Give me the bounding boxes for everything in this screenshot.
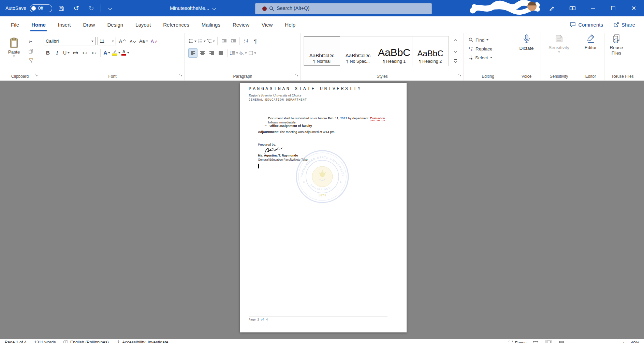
select-button[interactable]: Select — [467, 53, 509, 62]
text-effects-button[interactable]: A — [103, 48, 111, 57]
zoom-in-button[interactable]: + — [622, 340, 625, 343]
print-layout-button[interactable] — [545, 340, 552, 343]
tab-draw[interactable]: Draw — [77, 16, 101, 33]
style-preview: AaBbC — [378, 47, 410, 58]
read-mode-button[interactable] — [532, 340, 539, 343]
format-painter-button[interactable] — [27, 57, 35, 65]
tab-insert[interactable]: Insert — [52, 16, 77, 33]
clipboard-dialog-launcher[interactable] — [34, 72, 38, 78]
sensitivity-button[interactable]: Sensitivity — [541, 33, 577, 53]
styles-dialog-launcher[interactable] — [458, 72, 462, 78]
paste-button[interactable]: Paste — [3, 37, 25, 57]
tab-layout[interactable]: Layout — [129, 16, 157, 33]
close-button[interactable]: ✕ — [624, 0, 644, 16]
superscript-button[interactable]: x2 — [90, 48, 98, 57]
font-family-combobox[interactable]: Calibri — [44, 37, 96, 45]
search-input[interactable]: Search (Alt+Q) — [255, 3, 432, 14]
style-normal[interactable]: AaBbCcDc ¶ Normal — [304, 36, 340, 66]
year-link[interactable]: 2022 — [340, 117, 347, 120]
font-dialog-launcher[interactable] — [179, 72, 183, 78]
tab-file[interactable]: File — [5, 16, 25, 33]
user-avatar[interactable] — [527, 2, 537, 11]
paragraph-dialog-launcher[interactable] — [295, 72, 299, 78]
sensitivity-group-label: Sensitivity — [541, 74, 577, 79]
grow-font-button[interactable]: A — [118, 37, 127, 45]
strikethrough-button[interactable]: ab — [71, 48, 80, 57]
zoom-level[interactable]: 40% — [631, 341, 639, 343]
inking-button[interactable] — [542, 0, 562, 16]
document-page[interactable]: PANGASINAN STATE UNIVERSITY Region's Pre… — [240, 83, 407, 332]
style-heading-2[interactable]: AaBbC ¶ Heading 2 — [412, 36, 449, 66]
editor-button[interactable]: Editor — [577, 33, 604, 50]
save-button[interactable] — [56, 2, 67, 14]
font-color-button[interactable]: A — [121, 48, 130, 57]
styles-scroll-up-button[interactable] — [451, 36, 460, 46]
align-center-button[interactable] — [198, 49, 207, 57]
presenter-button[interactable] — [562, 0, 583, 16]
autosave-toggle[interactable]: Off — [30, 4, 52, 12]
replace-button[interactable]: bc Replace — [467, 44, 509, 53]
line-spacing-button[interactable] — [230, 49, 238, 57]
bold-button[interactable]: B — [44, 48, 52, 57]
document-title[interactable]: MinutesoftheMe... — [170, 0, 216, 16]
multilevel-list-button[interactable] — [207, 37, 215, 45]
tab-references[interactable]: References — [157, 16, 195, 33]
style-heading-1[interactable]: AaBbC ¶ Heading 1 — [376, 36, 412, 66]
tab-review[interactable]: Review — [226, 16, 255, 33]
ribbon: Paste ✂ Clipboard Calibri — [0, 33, 644, 81]
proofing-status[interactable]: English (Philippines) — [63, 340, 109, 343]
styles-scroll-down-button[interactable] — [451, 46, 460, 56]
editor-group: Editor Editor — [577, 33, 604, 80]
change-case-button[interactable]: Aa — [139, 37, 148, 45]
subscript-button[interactable]: x2 — [80, 48, 89, 57]
tab-home[interactable]: Home — [25, 16, 52, 33]
underline-button[interactable]: U — [62, 48, 71, 57]
redo-button[interactable]: ↻ — [86, 2, 97, 14]
copy-button[interactable] — [27, 47, 35, 55]
tab-view[interactable]: View — [255, 16, 279, 33]
font-size-combobox[interactable]: 11 — [98, 37, 116, 45]
cut-button[interactable]: ✂ — [27, 38, 35, 46]
decrease-indent-button[interactable] — [220, 37, 228, 45]
minimize-button[interactable] — [583, 0, 603, 16]
accessibility-status[interactable]: Accessibility: Investigate — [116, 340, 168, 343]
bullets-button[interactable] — [188, 37, 197, 45]
shrink-font-button[interactable]: A — [129, 37, 137, 45]
shading-button[interactable] — [239, 49, 247, 57]
show-hide-marks-button[interactable]: ¶ — [251, 37, 260, 45]
web-layout-button[interactable] — [558, 340, 565, 343]
clear-formatting-button[interactable]: A — [150, 37, 159, 45]
styles-more-button[interactable] — [451, 56, 460, 66]
align-left-button[interactable] — [188, 48, 197, 58]
numbering-button[interactable]: 123 — [197, 37, 206, 45]
word-count[interactable]: 1311 words — [34, 340, 56, 343]
sort-button[interactable]: AZ — [242, 37, 250, 45]
align-right-button[interactable] — [207, 49, 216, 57]
reuse-files-button[interactable]: Reuse Files — [604, 33, 628, 56]
justify-button[interactable] — [217, 49, 225, 57]
tab-mailings[interactable]: Mailings — [195, 16, 226, 33]
undo-button[interactable]: ↺ — [71, 2, 82, 14]
search-placeholder: Search (Alt+Q) — [277, 5, 309, 11]
style-no-spacing[interactable]: AaBbCcDc ¶ No Spac... — [340, 36, 376, 66]
tab-design[interactable]: Design — [101, 16, 129, 33]
paragraph-group: 123 AZ ¶ — [185, 33, 301, 80]
font-family-value: Calibri — [46, 39, 59, 44]
focus-mode-button[interactable]: Focus — [509, 341, 526, 343]
focus-icon — [509, 341, 513, 343]
shading-dropdown-arrow — [245, 53, 247, 54]
find-button[interactable]: Find — [467, 35, 509, 44]
reuse-files-icon — [612, 34, 621, 44]
increase-indent-button[interactable] — [229, 37, 237, 45]
comments-button[interactable]: Comments — [570, 22, 603, 28]
restore-button[interactable] — [603, 0, 624, 16]
share-button[interactable]: Share — [613, 22, 635, 28]
page-indicator[interactable]: Page 1 of 4 — [5, 340, 27, 343]
borders-button[interactable] — [248, 49, 257, 57]
dictate-button[interactable]: Dictate — [512, 33, 541, 51]
zoom-out-button[interactable]: − — [571, 340, 574, 343]
customize-quick-access-button[interactable] — [104, 2, 116, 14]
highlight-color-button[interactable] — [112, 48, 120, 57]
tab-help[interactable]: Help — [279, 16, 302, 33]
italic-button[interactable]: I — [53, 48, 61, 57]
